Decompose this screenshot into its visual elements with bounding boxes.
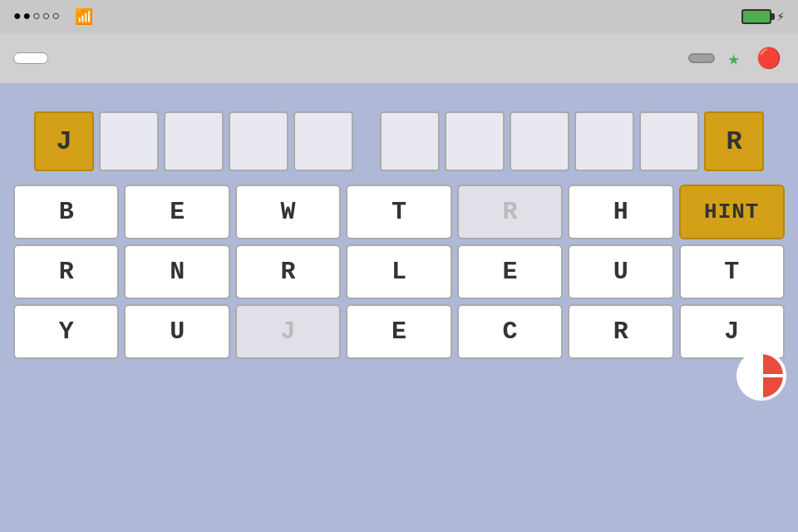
- key-button-2-1[interactable]: U: [124, 304, 229, 359]
- back-button[interactable]: [13, 52, 48, 64]
- key-button-1-4[interactable]: E: [457, 244, 563, 299]
- hint-button[interactable]: HINT: [679, 185, 785, 239]
- keyboard-row-2: YUJECRJ: [13, 304, 785, 359]
- key-button-1-1[interactable]: N: [124, 244, 229, 299]
- key-button-2-6[interactable]: J: [679, 304, 785, 359]
- key-button-1-6[interactable]: T: [679, 244, 785, 299]
- answer-tile-6: [445, 111, 505, 171]
- status-right: ⚡: [741, 8, 785, 25]
- status-bar: ●●○○○ 📶 ⚡: [0, 0, 798, 33]
- key-button-0-1[interactable]: E: [124, 185, 229, 239]
- answer-area: JR: [0, 103, 798, 180]
- question-area: [0, 83, 798, 103]
- key-button-0-5[interactable]: H: [568, 185, 673, 239]
- answer-tile-2: [164, 111, 224, 171]
- hint-lifeline-decoration: [736, 351, 786, 401]
- stars-area: ★: [728, 47, 743, 71]
- key-button-0-0[interactable]: B: [13, 185, 119, 239]
- key-button-1-3[interactable]: L: [346, 244, 451, 299]
- answer-tile-5: [380, 111, 440, 171]
- keyboard-area: BEWTRHHINTRNRLEUTYUJECRJ: [0, 180, 798, 364]
- score-area: ★ 🔴: [688, 47, 785, 71]
- battery-icon: [741, 9, 771, 24]
- lifeline-icon: 🔴: [756, 47, 781, 71]
- key-button-2-4[interactable]: C: [457, 304, 563, 359]
- answer-tile-8: [574, 111, 634, 171]
- answer-tile-7: [510, 111, 569, 171]
- key-button-0-2[interactable]: W: [235, 185, 341, 239]
- key-button-0-4[interactable]: R: [457, 185, 563, 239]
- answer-tile-4: [293, 111, 353, 171]
- key-button-0-3[interactable]: T: [346, 185, 451, 239]
- answer-tile-3: [229, 111, 288, 171]
- charging-icon: ⚡: [776, 8, 785, 25]
- lifeline-area: 🔴: [756, 47, 785, 71]
- key-button-1-2[interactable]: R: [235, 244, 341, 299]
- key-button-2-5[interactable]: R: [568, 304, 673, 359]
- keyboard-row-1: RNRLEUT: [13, 244, 785, 299]
- answer-tile-1: [99, 111, 159, 171]
- level-badge: [688, 53, 715, 63]
- status-left: ●●○○○ 📶: [13, 7, 93, 26]
- signal-icon: ●●○○○: [13, 9, 62, 24]
- key-button-1-0[interactable]: R: [13, 244, 119, 299]
- answer-tile-0: J: [34, 111, 94, 171]
- key-button-2-2[interactable]: J: [235, 304, 341, 359]
- star-icon: ★: [728, 47, 740, 71]
- key-button-2-3[interactable]: E: [346, 304, 451, 359]
- nav-bar: ★ 🔴: [0, 33, 798, 83]
- answer-gap: [358, 111, 375, 171]
- answer-tile-10: R: [704, 111, 764, 171]
- wifi-icon: 📶: [75, 7, 93, 26]
- key-button-2-0[interactable]: Y: [13, 304, 119, 359]
- keyboard-row-0: BEWTRHHINT: [13, 185, 785, 239]
- answer-tile-9: [639, 111, 699, 171]
- key-button-1-5[interactable]: U: [568, 244, 673, 299]
